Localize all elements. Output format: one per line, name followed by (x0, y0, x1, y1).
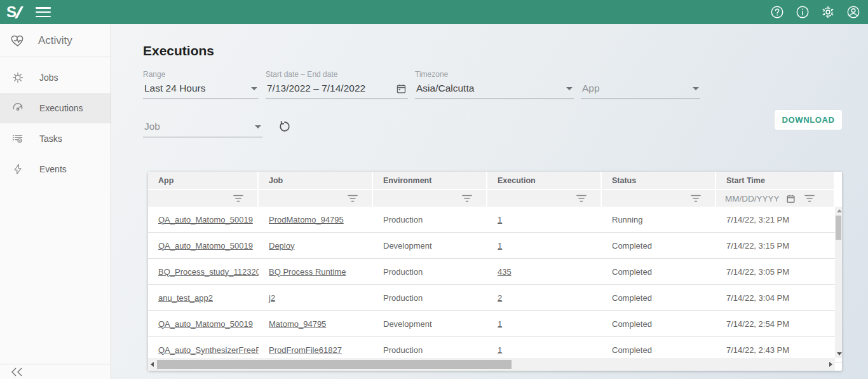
sidebar-item-executions[interactable]: Executions (0, 93, 111, 123)
download-button[interactable]: DOWNLOAD (774, 109, 843, 130)
calendar-icon[interactable] (786, 194, 796, 203)
table-row[interactable]: BQ_Process_study_112320 BQ Process Runti… (148, 259, 842, 285)
heart-pulse-icon (10, 33, 25, 48)
status-cell: Completed (602, 233, 716, 258)
chevron-down-icon (251, 87, 257, 90)
column-header-execution[interactable]: Execution (487, 172, 602, 189)
logo-slash (15, 6, 24, 18)
table-row[interactable]: anu_test_app2 j2 Production 2 Completed … (148, 285, 842, 311)
filter-funnel-icon[interactable] (804, 195, 815, 202)
job-link[interactable]: ProdMatomo_94795 (269, 215, 344, 224)
filter-funnel-icon[interactable] (233, 195, 243, 202)
sidebar-jobs-label: Jobs (39, 72, 58, 83)
sidebar-tasks-label: Tasks (39, 134, 62, 144)
status-cell: Completed (602, 285, 716, 310)
sidebar-item-activity[interactable]: Activity (0, 24, 111, 57)
app-link[interactable]: QA_auto_Matomo_50019 (158, 241, 253, 251)
app-link[interactable]: BQ_Process_study_112320 (158, 267, 259, 277)
app-link[interactable]: QA_auto_Matomo_50019 (158, 215, 253, 224)
jobs-gear-icon (11, 71, 24, 84)
sidebar-item-events[interactable]: Events (0, 154, 111, 184)
app-logo[interactable]: S (6, 3, 20, 21)
column-header-environment[interactable]: Environment (373, 172, 487, 189)
environment-cell: Production (373, 285, 487, 310)
range-select[interactable]: Range Last 24 Hours (143, 70, 259, 99)
execution-link[interactable]: 435 (498, 267, 512, 277)
horizontal-scrollbar-thumb[interactable] (157, 360, 512, 369)
date-range-input[interactable]: Start date – End date 7/13/2022 – 7/14/2… (266, 70, 408, 99)
execution-link[interactable]: 1 (498, 215, 502, 224)
execution-link[interactable]: 1 (498, 345, 502, 355)
info-icon[interactable] (796, 5, 810, 19)
timezone-select[interactable]: Timezone Asia/Calcutta (415, 70, 574, 99)
filter-cell-app (148, 189, 259, 207)
app-link[interactable]: QA_auto_SynthesizerFreeFi (158, 345, 259, 355)
table-row[interactable]: QA_auto_Matomo_50019 Matomo_94795 Develo… (148, 311, 842, 337)
timezone-value: Asia/Calcutta (416, 83, 474, 94)
app-link[interactable]: anu_test_app2 (158, 293, 213, 303)
settings-icon[interactable] (821, 5, 835, 19)
execution-link[interactable]: 1 (498, 319, 502, 329)
status-cell: Completed (602, 259, 716, 284)
filter-funnel-icon[interactable] (576, 195, 587, 202)
filter-bar-2: Job (143, 108, 868, 137)
filter-funnel-icon[interactable] (691, 195, 701, 202)
table-filter-row (148, 189, 842, 207)
job-link[interactable]: j2 (269, 293, 275, 303)
app-link[interactable]: QA_auto_Matomo_50019 (158, 319, 253, 329)
column-header-app[interactable]: App (148, 172, 259, 189)
chevron-down-icon (255, 125, 261, 128)
environment-cell: Development (373, 311, 487, 336)
calendar-icon[interactable] (396, 83, 407, 94)
collapse-double-chevron-icon (10, 368, 24, 376)
vertical-scrollbar-thumb[interactable] (836, 216, 841, 240)
environment-cell: Development (373, 233, 487, 258)
sidebar-item-tasks[interactable]: Tasks (0, 123, 111, 154)
sidebar-activity-label: Activity (38, 34, 72, 47)
table-header-row: App Job Environment Execution Status Sta… (148, 172, 842, 189)
scroll-down-arrow-icon[interactable] (837, 352, 842, 355)
start-time-cell: 7/14/22, 3:15 PM (716, 233, 835, 258)
sidebar-nav: Jobs Executions Tasks Events (0, 62, 111, 184)
execution-link[interactable]: 2 (498, 293, 502, 303)
horizontal-scrollbar[interactable] (148, 358, 835, 371)
column-header-job[interactable]: Job (259, 172, 373, 189)
status-cell: Completed (602, 311, 716, 336)
sidebar-collapse-button[interactable] (0, 364, 111, 379)
scroll-left-arrow-icon[interactable] (151, 362, 154, 367)
filter-funnel-icon[interactable] (348, 195, 358, 202)
start-time-cell: 7/14/22, 2:54 PM (716, 311, 835, 336)
chevron-down-icon (693, 87, 699, 90)
vertical-scrollbar[interactable] (835, 207, 842, 358)
executions-gauge-icon (11, 102, 24, 114)
refresh-icon[interactable] (278, 120, 292, 134)
sidebar-item-jobs[interactable]: Jobs (0, 62, 111, 93)
filter-cell-execution (487, 189, 602, 207)
events-bolt-icon (11, 163, 24, 176)
start-time-cell: 7/14/22, 3:05 PM (716, 259, 835, 284)
filter-cell-status (602, 189, 716, 207)
range-value: Last 24 Hours (144, 83, 206, 94)
job-link[interactable]: Deploy (269, 241, 294, 251)
filter-funnel-icon[interactable] (462, 195, 472, 202)
execution-link[interactable]: 1 (498, 241, 502, 251)
filter-bar: Range Last 24 Hours Start date – End dat… (143, 70, 868, 99)
table-row[interactable]: QA_auto_Matomo_50019 ProdMatomo_94795 Pr… (148, 207, 842, 233)
account-icon[interactable] (846, 5, 860, 19)
menu-hamburger-icon[interactable] (36, 7, 51, 17)
scroll-up-arrow-icon[interactable] (837, 209, 842, 212)
scroll-right-arrow-icon[interactable] (829, 362, 832, 367)
job-select[interactable]: Job (143, 108, 262, 137)
topbar-actions (770, 5, 860, 19)
job-link[interactable]: BQ Process Runtime (269, 267, 346, 277)
chevron-down-icon (566, 87, 573, 90)
table-row[interactable]: QA_auto_Matomo_50019 Deploy Development … (148, 233, 842, 259)
column-header-start-time[interactable]: Start Time (716, 172, 835, 189)
job-link[interactable]: ProdFromFile61827 (269, 345, 342, 355)
help-icon[interactable] (770, 5, 784, 19)
app-select[interactable]: App (581, 70, 700, 99)
column-header-status[interactable]: Status (602, 172, 716, 189)
start-time-cell: 7/14/22, 3:04 PM (716, 285, 835, 310)
start-time-date-input[interactable] (725, 194, 782, 203)
job-link[interactable]: Matomo_94795 (269, 319, 326, 329)
